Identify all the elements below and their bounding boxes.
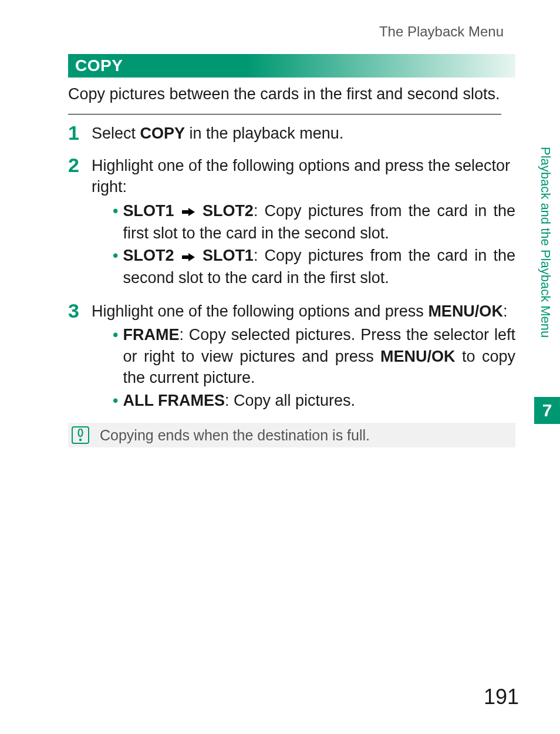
bullet-dot: • xyxy=(113,324,118,388)
note-text: Copying ends when the destination is ful… xyxy=(100,427,370,444)
step-body: Highlight one of the following options a… xyxy=(92,301,515,412)
chapter-tab: 7 xyxy=(534,397,560,424)
slot-label: SLOT1 xyxy=(203,247,254,264)
bullet-body: FRAME: Copy selected pictures. Press the… xyxy=(123,324,515,388)
text: in the playback menu. xyxy=(185,124,343,142)
arrow-right-icon xyxy=(182,201,195,222)
bold-text: COPY xyxy=(140,124,185,142)
step-number: 1 xyxy=(68,123,92,144)
text: Highlight one of the following options a… xyxy=(92,155,515,198)
step-number: 2 xyxy=(68,155,92,290)
list-item: • ALL FRAMES: Copy all pictures. xyxy=(113,390,515,411)
warning-icon xyxy=(72,426,89,444)
svg-point-0 xyxy=(79,429,83,437)
bold-text: MENU/OK xyxy=(428,302,503,320)
bullet-dot: • xyxy=(113,245,118,289)
side-section-label: Playback and the Playback Menu xyxy=(538,147,553,338)
bullet-body: SLOT1 SLOT2: Copy pictures from the card… xyxy=(123,200,515,244)
text: Highlight one of the following options a… xyxy=(92,302,428,320)
side-tab: Playback and the Playback Menu 7 xyxy=(529,0,560,734)
divider xyxy=(68,114,501,115)
step-item: 3 Highlight one of the following options… xyxy=(68,301,515,412)
step-body: Highlight one of the following options a… xyxy=(92,155,515,290)
steps-list: 1 Select COPY in the playback menu. 2 Hi… xyxy=(68,123,515,412)
step-item: 1 Select COPY in the playback menu. xyxy=(68,123,515,144)
list-item: • SLOT2 SLOT1: Copy pictures from the ca… xyxy=(113,245,515,289)
list-item: • FRAME: Copy selected pictures. Press t… xyxy=(113,324,515,388)
step-item: 2 Highlight one of the following options… xyxy=(68,155,515,290)
arrow-right-icon xyxy=(182,246,195,267)
list-item: • SLOT1 SLOT2: Copy pictures from the ca… xyxy=(113,200,515,244)
note-box: Copying ends when the destination is ful… xyxy=(68,423,515,447)
bullet-body: SLOT2 SLOT1: Copy pictures from the card… xyxy=(123,245,515,289)
section-title: COPY xyxy=(68,54,515,78)
step-body: Select COPY in the playback menu. xyxy=(92,123,515,144)
running-head: The Playback Menu xyxy=(0,0,529,54)
option-label: ALL FRAMES xyxy=(123,392,225,409)
slot-label: SLOT1 xyxy=(123,202,174,220)
text: : xyxy=(503,302,508,320)
option-label: FRAME xyxy=(123,326,179,344)
bullet-dot: • xyxy=(113,200,118,244)
text: Select xyxy=(92,124,140,142)
bullet-body: ALL FRAMES: Copy all pictures. xyxy=(123,390,515,411)
text: : Copy all pictures. xyxy=(225,392,355,409)
page-number: 191 xyxy=(484,685,519,709)
svg-point-1 xyxy=(79,439,82,441)
step-number: 3 xyxy=(68,301,92,412)
bold-text: MENU/OK xyxy=(380,348,456,365)
slot-label: SLOT2 xyxy=(123,247,174,264)
slot-label: SLOT2 xyxy=(203,202,254,220)
intro-text: Copy pictures between the cards in the f… xyxy=(68,83,515,105)
bullet-dot: • xyxy=(113,390,118,411)
